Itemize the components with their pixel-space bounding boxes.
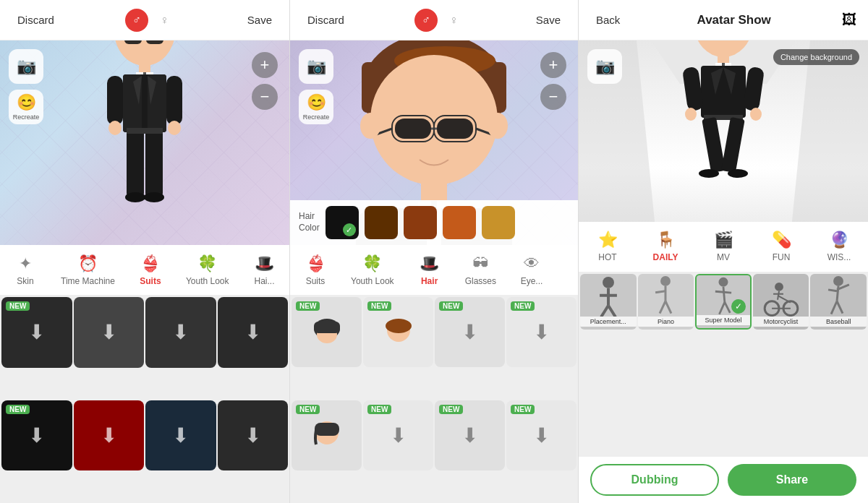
mid-item-1[interactable]: NEW — [363, 297, 433, 367]
right-avatar-figure — [669, 40, 778, 207]
mid-eye-label: Eye... — [521, 276, 543, 286]
share-button[interactable]: Share — [728, 464, 856, 496]
gender-female-icon[interactable]: ♀ — [153, 9, 176, 32]
mid-item-7[interactable]: NEW ⬇ — [506, 400, 576, 470]
mid-tab-eye[interactable]: 👁 Eye... — [506, 245, 557, 295]
right-tab-fun[interactable]: 💊 FUN — [752, 222, 810, 272]
left-item-4[interactable]: NEW ⬇ — [1, 400, 72, 471]
zoom-in-button[interactable]: + — [252, 52, 278, 78]
mid-item-5[interactable]: NEW ⬇ — [363, 400, 433, 470]
color-auburn[interactable] — [443, 206, 476, 239]
dubbing-button[interactable]: Dubbing — [590, 464, 719, 496]
mid-hair-icon: 🎩 — [420, 254, 439, 273]
tab-hair-left[interactable]: 🎩 Hai... — [239, 245, 289, 295]
photo-export-icon[interactable]: 🖼 — [842, 12, 856, 28]
mid-tab-glasses[interactable]: 🕶 Glasses — [455, 245, 506, 295]
left-item-1[interactable]: ⬇ — [74, 297, 145, 368]
mid-item-4[interactable]: NEW — [292, 400, 362, 470]
download-icon-5: ⬇ — [101, 424, 117, 447]
selected-check: ✓ — [343, 223, 356, 236]
left-discard-button[interactable]: Discard — [12, 11, 60, 29]
mid-category-tabs: 👙 Suits 🍀 Youth Look 🎩 Hair 🕶 Glasses 👁 … — [290, 245, 578, 296]
mid-panel: Discard ♂ ♀ Save 📷 😊 Recreate — [289, 0, 579, 503]
svg-line-91 — [660, 301, 665, 313]
fun-icon: 💊 — [772, 231, 791, 249]
svg-marker-58 — [781, 40, 868, 222]
mid-glasses-icon: 🕶 — [472, 254, 488, 273]
right-item-placement[interactable]: Placement... — [580, 274, 637, 330]
right-camera-button[interactable]: 📷 — [587, 49, 622, 84]
tab-time-machine[interactable]: ⏰ Time Machine — [51, 245, 125, 295]
svg-line-94 — [723, 286, 725, 301]
mv-icon: 🎬 — [714, 231, 733, 249]
left-panel: Discard ♂ ♀ Save 📷 😊 Recreate — [0, 0, 289, 503]
mid-hair-icon-4 — [309, 417, 345, 453]
right-item-motorcyclist[interactable]: Motorcyclist — [753, 274, 809, 330]
left-item-2[interactable]: ⬇ — [145, 297, 216, 368]
mid-suits-label: Suits — [306, 276, 326, 286]
mid-item-0[interactable]: NEW — [292, 297, 362, 367]
mid-zoom-in-button[interactable]: + — [540, 52, 566, 78]
mid-tab-youth[interactable]: 🍀 Youth Look — [341, 245, 404, 295]
mid-gender-female-icon[interactable]: ♀ — [442, 9, 465, 32]
left-item-3[interactable]: ⬇ — [218, 297, 289, 368]
hair-color-bar: Hair Color ✓ — [290, 200, 578, 245]
recreate-button[interactable]: 😊 Recreate — [9, 90, 43, 124]
suits-label: Suits — [140, 276, 161, 286]
right-item-supermodel[interactable]: ✓ Super Model — [695, 274, 752, 330]
mid-tab-hair[interactable]: 🎩 Hair — [404, 245, 455, 295]
color-blonde[interactable] — [482, 206, 515, 239]
right-item-piano[interactable]: Piano — [638, 274, 694, 330]
mid-zoom-out-button[interactable]: − — [540, 84, 566, 110]
svg-point-21 — [144, 192, 164, 202]
mid-tab-suits[interactable]: 👙 Suits — [290, 245, 341, 295]
right-tab-mv[interactable]: 🎬 MV — [694, 222, 752, 272]
left-item-6[interactable]: ⬇ — [145, 400, 216, 471]
svg-rect-71 — [701, 66, 746, 118]
download-icon-1: ⬇ — [101, 320, 117, 344]
tab-skin[interactable]: ✦ Skin — [0, 245, 51, 295]
svg-point-102 — [775, 282, 783, 291]
left-save-button[interactable]: Save — [242, 11, 278, 29]
mid-discard-button[interactable]: Discard — [302, 11, 350, 29]
mid-camera-button[interactable]: 📷 — [299, 49, 333, 84]
camera-button[interactable]: 📷 — [9, 49, 43, 84]
right-tool-buttons: 📷 — [587, 49, 622, 84]
left-item-5[interactable]: ⬇ — [74, 400, 145, 471]
left-avatar-figure — [87, 40, 203, 238]
right-avatar-svg — [669, 40, 778, 205]
download-icon-7: ⬇ — [244, 424, 261, 447]
gender-male-icon[interactable]: ♂ — [125, 9, 148, 32]
tab-youth-look-left[interactable]: 🍀 Youth Look — [176, 245, 239, 295]
color-brown[interactable] — [404, 206, 437, 239]
svg-rect-56 — [315, 423, 339, 436]
mid-recreate-button[interactable]: 😊 Recreate — [299, 90, 333, 124]
right-tab-hot[interactable]: ⭐ HOT — [579, 222, 637, 272]
color-darkbrown[interactable] — [365, 206, 398, 239]
right-avatar-canvas: Change background 📷 — [579, 40, 868, 222]
right-back-button[interactable]: Back — [590, 11, 626, 29]
svg-rect-22 — [127, 128, 163, 134]
download-icon-2: ⬇ — [172, 320, 189, 344]
skin-icon: ✦ — [19, 254, 32, 273]
svg-rect-52 — [314, 322, 340, 333]
right-tab-daily[interactable]: 🪑 DAILY — [637, 222, 694, 272]
mid-gender-male-icon[interactable]: ♂ — [414, 9, 438, 32]
change-background-button[interactable]: Change background — [773, 49, 859, 65]
supermodel-selected-check: ✓ — [731, 299, 746, 314]
svg-line-90 — [655, 291, 665, 292]
tab-suits[interactable]: 👙 Suits — [125, 245, 176, 295]
mid-item-2[interactable]: NEW ⬇ — [435, 297, 505, 367]
right-tab-wis[interactable]: 🔮 WIS... — [810, 222, 868, 272]
mid-topbar: Discard ♂ ♀ Save — [290, 0, 578, 40]
mid-item-3[interactable]: NEW ⬇ — [506, 297, 576, 367]
mid-item-6[interactable]: NEW ⬇ — [435, 400, 505, 470]
right-item-baseball[interactable]: Baseball — [810, 274, 867, 330]
fun-label: FUN — [773, 252, 791, 262]
left-item-0[interactable]: NEW ⬇ — [1, 297, 72, 368]
mid-save-button[interactable]: Save — [530, 11, 566, 29]
zoom-out-button[interactable]: − — [252, 84, 278, 110]
color-black[interactable]: ✓ — [326, 206, 359, 239]
left-item-7[interactable]: ⬇ — [218, 400, 289, 471]
mid-new-0: NEW — [296, 301, 320, 311]
